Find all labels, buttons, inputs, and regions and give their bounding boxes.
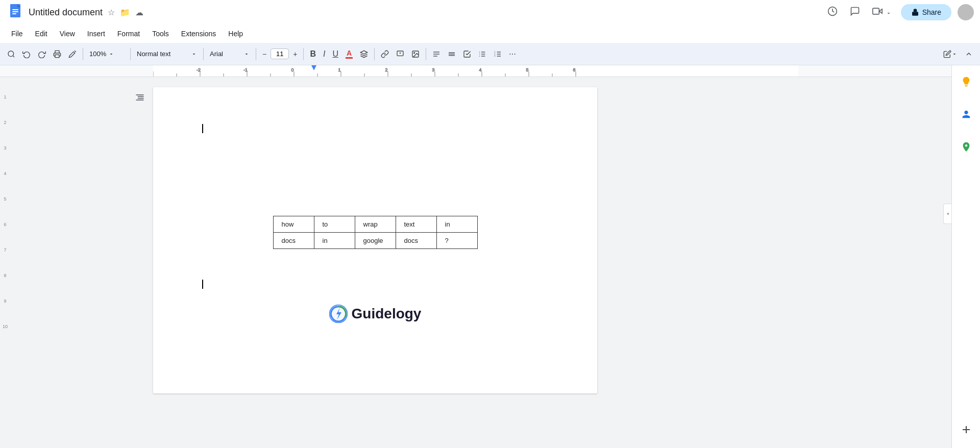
ruler-left bbox=[0, 65, 153, 77]
document-title[interactable]: Untitled document bbox=[29, 7, 103, 18]
toolbar: 100% Normal text Arial − 11 + B I U A bbox=[0, 43, 980, 65]
logo-text: Guidelogy bbox=[352, 306, 422, 322]
present-button[interactable] bbox=[869, 4, 895, 21]
font-size-decrease[interactable]: − bbox=[259, 48, 270, 60]
avatar[interactable] bbox=[958, 4, 974, 20]
font-size-increase[interactable]: + bbox=[290, 48, 300, 60]
svg-point-17 bbox=[414, 52, 415, 53]
text-cursor-2 bbox=[202, 280, 203, 289]
line-spacing-button[interactable] bbox=[445, 48, 459, 60]
cell-r1c5[interactable]: in bbox=[436, 216, 477, 233]
document-scroll[interactable]: -2 -1 0 1 2 3 4 5 bbox=[0, 65, 951, 448]
font-size-display[interactable]: 11 bbox=[271, 48, 289, 59]
svg-point-27 bbox=[479, 52, 480, 52]
cell-r2c2[interactable]: in bbox=[314, 233, 355, 249]
svg-rect-36 bbox=[153, 65, 798, 77]
content-table: how to wrap text in docs in google docs bbox=[273, 216, 478, 249]
menu-help[interactable]: Help bbox=[223, 28, 248, 40]
add-comment-button[interactable] bbox=[393, 48, 407, 60]
divider-3 bbox=[203, 48, 204, 60]
svg-text:-1: -1 bbox=[243, 67, 248, 72]
cell-r2c4[interactable]: docs bbox=[396, 233, 436, 249]
cell-r1c3[interactable]: wrap bbox=[355, 216, 396, 233]
add-sidebar-button[interactable] bbox=[956, 419, 976, 440]
cell-r2c5[interactable]: ? bbox=[436, 233, 477, 249]
page-num-7: 7 bbox=[4, 247, 6, 253]
spellcheck-button[interactable] bbox=[65, 48, 80, 60]
italic-button[interactable]: I bbox=[320, 47, 328, 61]
numbered-list-button[interactable]: 1 2 3 bbox=[491, 48, 505, 60]
svg-point-29 bbox=[479, 56, 480, 56]
svg-rect-4 bbox=[12, 13, 16, 14]
cell-r2c3[interactable]: google bbox=[355, 233, 396, 249]
title-group: Untitled document ☆ 📁 ☁ bbox=[29, 7, 820, 18]
style-selector[interactable]: Normal text bbox=[134, 48, 200, 60]
svg-text:1: 1 bbox=[338, 67, 340, 72]
cell-r2c1[interactable]: docs bbox=[273, 233, 314, 249]
menu-tools[interactable]: Tools bbox=[147, 28, 174, 40]
outline-icon[interactable] bbox=[135, 92, 145, 393]
page-num-3: 3 bbox=[4, 145, 6, 151]
font-selector[interactable]: Arial bbox=[207, 48, 253, 60]
svg-line-12 bbox=[75, 51, 76, 52]
title-bar: Untitled document ☆ 📁 ☁ bbox=[0, 0, 980, 24]
text-cursor bbox=[202, 124, 203, 133]
divider-5 bbox=[303, 48, 304, 60]
page-num-9: 9 bbox=[4, 298, 6, 304]
sidebar-collapse-handle[interactable] bbox=[943, 204, 951, 224]
main-area: -2 -1 0 1 2 3 4 5 bbox=[0, 65, 980, 448]
bullet-list-button[interactable] bbox=[475, 48, 489, 60]
history-button[interactable] bbox=[824, 4, 841, 21]
menu-edit[interactable]: Edit bbox=[30, 28, 53, 40]
collapse-button[interactable] bbox=[962, 48, 976, 60]
share-button[interactable]: Share bbox=[901, 4, 951, 20]
table-row: docs in google docs ? bbox=[273, 233, 477, 249]
menu-insert[interactable]: Insert bbox=[82, 28, 110, 40]
underline-button[interactable]: U bbox=[329, 47, 341, 61]
editing-mode-button[interactable] bbox=[940, 48, 961, 60]
menu-extensions[interactable]: Extensions bbox=[176, 28, 221, 40]
bold-icon: B bbox=[310, 49, 316, 59]
text-color-button[interactable]: A bbox=[342, 47, 356, 61]
zoom-control[interactable]: 100% bbox=[86, 48, 127, 60]
cloud-button[interactable]: ☁ bbox=[134, 7, 144, 18]
link-button[interactable] bbox=[378, 48, 392, 60]
guidelogy-icon bbox=[329, 305, 348, 323]
svg-point-28 bbox=[479, 54, 480, 54]
style-value: Normal text bbox=[137, 50, 170, 58]
keep-icon[interactable] bbox=[956, 71, 976, 92]
left-column: 1 2 3 4 5 6 7 8 9 10 bbox=[0, 87, 153, 393]
document-page[interactable]: how to wrap text in docs in google docs bbox=[153, 87, 597, 393]
menu-view[interactable]: View bbox=[55, 28, 80, 40]
svg-text:-2: -2 bbox=[197, 67, 201, 72]
page-num-8: 8 bbox=[4, 273, 6, 278]
comments-button[interactable] bbox=[847, 4, 863, 21]
divider-1 bbox=[83, 48, 83, 60]
menu-format[interactable]: Format bbox=[112, 28, 145, 40]
contacts-icon[interactable] bbox=[956, 104, 976, 125]
page-num-4: 4 bbox=[4, 171, 6, 176]
cell-r1c1[interactable]: how bbox=[273, 216, 314, 233]
menu-bar: File Edit View Insert Format Tools Exten… bbox=[0, 24, 980, 43]
maps-icon[interactable] bbox=[956, 137, 976, 157]
bold-button[interactable]: B bbox=[307, 47, 319, 61]
move-button[interactable]: 📁 bbox=[119, 7, 131, 18]
print-button[interactable] bbox=[50, 48, 64, 60]
star-button[interactable]: ☆ bbox=[107, 7, 116, 18]
svg-text:2: 2 bbox=[385, 67, 387, 72]
insert-image-button[interactable] bbox=[408, 48, 423, 60]
underline-icon: U bbox=[332, 49, 338, 59]
cell-r1c2[interactable]: to bbox=[314, 216, 355, 233]
more-button[interactable]: ⋯ bbox=[506, 48, 519, 60]
align-button[interactable] bbox=[429, 48, 444, 60]
undo-button[interactable] bbox=[19, 48, 34, 60]
header-right: Share bbox=[824, 4, 974, 21]
svg-rect-7 bbox=[873, 8, 879, 14]
cell-r1c4[interactable]: text bbox=[396, 216, 436, 233]
divider-6 bbox=[374, 48, 375, 60]
checklist-button[interactable] bbox=[460, 48, 474, 60]
highlight-button[interactable] bbox=[357, 48, 371, 60]
page-num-6: 6 bbox=[4, 222, 6, 227]
redo-button[interactable] bbox=[35, 48, 49, 60]
svg-rect-2 bbox=[12, 9, 18, 10]
